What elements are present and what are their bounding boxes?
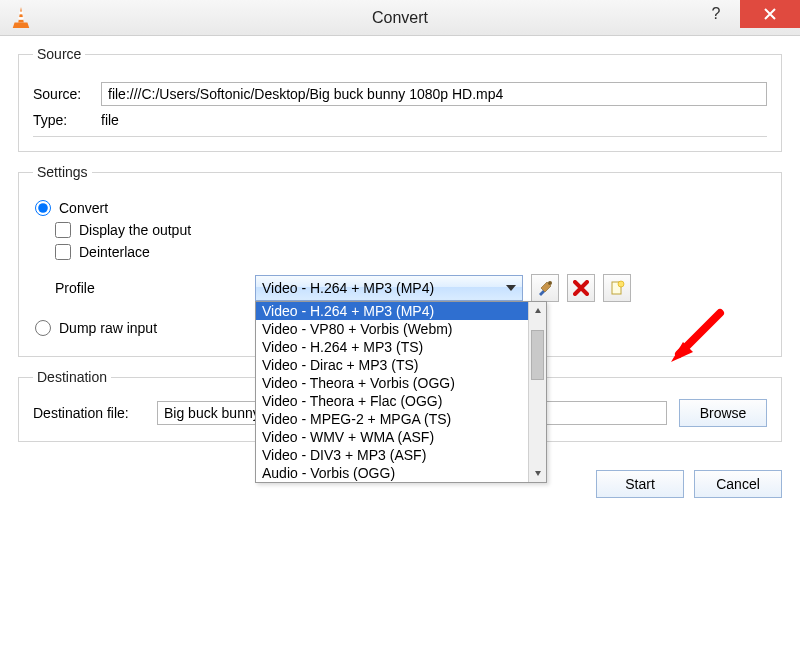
profile-option[interactable]: Video - WMV + WMA (ASF) [256, 428, 528, 446]
destination-file-label: Destination file: [33, 405, 157, 421]
type-value: file [101, 112, 119, 128]
destination-legend: Destination [33, 369, 111, 385]
settings-legend: Settings [33, 164, 92, 180]
settings-group: Settings Convert Display the output Dein… [18, 164, 782, 357]
dump-raw-radio[interactable] [35, 320, 51, 336]
scroll-thumb[interactable] [531, 330, 544, 380]
deinterlace-checkbox[interactable] [55, 244, 71, 260]
edit-profile-button[interactable] [531, 274, 559, 302]
tools-icon [537, 280, 553, 296]
convert-radio[interactable] [35, 200, 51, 216]
svg-rect-0 [19, 11, 23, 14]
delete-profile-button[interactable] [567, 274, 595, 302]
dump-raw-label: Dump raw input [59, 320, 157, 336]
start-button[interactable]: Start [596, 470, 684, 498]
vlc-cone-icon [6, 3, 36, 33]
titlebar: Convert ? [0, 0, 800, 36]
profile-option[interactable]: Video - MPEG-2 + MPGA (TS) [256, 410, 528, 428]
profile-combo[interactable]: Video - H.264 + MP3 (MP4) Video - H.264 … [255, 275, 523, 301]
profile-option[interactable]: Video - Theora + Vorbis (OGG) [256, 374, 528, 392]
display-output-label: Display the output [79, 222, 191, 238]
deinterlace-label: Deinterlace [79, 244, 150, 260]
source-input[interactable] [101, 82, 767, 106]
new-file-icon [609, 280, 625, 296]
svg-rect-1 [18, 17, 23, 20]
profile-option[interactable]: Video - H.264 + MP3 (MP4) [256, 302, 528, 320]
cancel-button[interactable]: Cancel [694, 470, 782, 498]
profile-option[interactable]: Video - DIV3 + MP3 (ASF) [256, 446, 528, 464]
close-icon [764, 8, 776, 20]
source-legend: Source [33, 46, 85, 62]
type-label: Type: [33, 112, 101, 128]
close-button[interactable] [740, 0, 800, 28]
svg-point-4 [618, 281, 624, 287]
profile-label: Profile [55, 280, 255, 296]
scroll-up-icon[interactable] [529, 302, 546, 320]
display-output-checkbox[interactable] [55, 222, 71, 238]
profile-combo-box[interactable]: Video - H.264 + MP3 (MP4) [255, 275, 523, 301]
profile-option[interactable]: Video - H.264 + MP3 (TS) [256, 338, 528, 356]
dropdown-scrollbar[interactable] [528, 302, 546, 482]
chevron-down-icon [506, 285, 516, 291]
window-title: Convert [0, 9, 800, 27]
scroll-down-icon[interactable] [529, 464, 546, 482]
delete-x-icon [573, 280, 589, 296]
profile-option[interactable]: Video - Dirac + MP3 (TS) [256, 356, 528, 374]
source-divider [33, 136, 767, 137]
profile-selected-value: Video - H.264 + MP3 (MP4) [262, 280, 434, 296]
source-group: Source Source: Type: file [18, 46, 782, 152]
convert-label: Convert [59, 200, 108, 216]
browse-button[interactable]: Browse [679, 399, 767, 427]
profile-option[interactable]: Audio - Vorbis (OGG) [256, 464, 528, 482]
source-label: Source: [33, 86, 101, 102]
help-button[interactable]: ? [692, 0, 740, 28]
new-profile-button[interactable] [603, 274, 631, 302]
profile-dropdown: Video - H.264 + MP3 (MP4)Video - VP80 + … [255, 301, 547, 483]
profile-option[interactable]: Video - Theora + Flac (OGG) [256, 392, 528, 410]
svg-point-2 [548, 281, 552, 285]
profile-option[interactable]: Video - VP80 + Vorbis (Webm) [256, 320, 528, 338]
